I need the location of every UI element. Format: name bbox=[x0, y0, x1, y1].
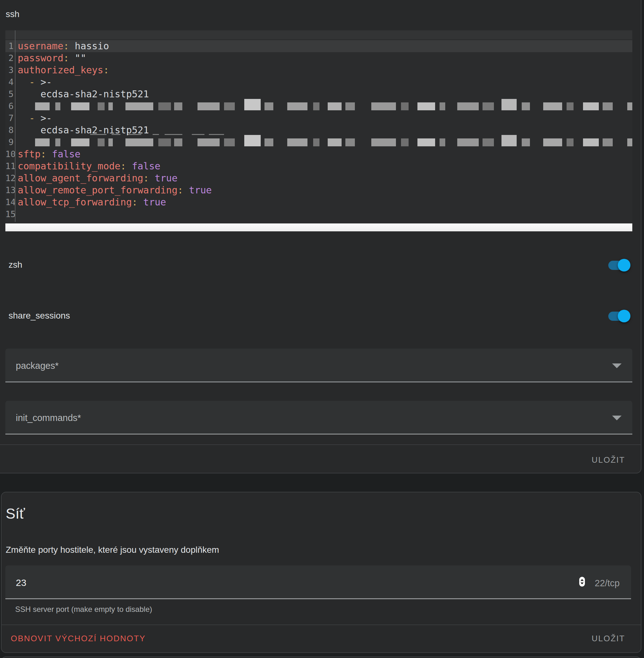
share-sessions-option-label: share_sessions bbox=[8, 311, 70, 321]
packages-select[interactable]: packages* bbox=[5, 348, 632, 382]
stepper-divider bbox=[580, 582, 584, 582]
init-commands-select[interactable]: init_commands* bbox=[5, 401, 632, 435]
redacted-ghost-marks bbox=[90, 134, 224, 135]
stepper-up-icon[interactable] bbox=[580, 579, 584, 581]
card-footer-divider bbox=[1, 625, 642, 625]
chevron-down-icon bbox=[612, 415, 622, 420]
packages-select-label: packages* bbox=[16, 361, 59, 371]
chevron-down-icon bbox=[612, 363, 622, 368]
card-footer-divider bbox=[0, 444, 642, 445]
zsh-toggle[interactable] bbox=[608, 258, 631, 272]
editor-top-shade bbox=[5, 30, 632, 39]
zsh-option-label: zsh bbox=[8, 260, 22, 270]
ssh-port-helper-text: SSH server port (make empty to disable) bbox=[15, 605, 152, 614]
editor-horizontal-scrollbar[interactable] bbox=[5, 223, 632, 231]
editor-line-numbers: 123456789101112131415 bbox=[5, 40, 14, 220]
addon-config-page: ssh 123456789101112131415 username: hass… bbox=[0, 0, 644, 658]
network-section-title: Síť bbox=[6, 505, 25, 522]
network-section-subtitle: Změňte porty hostitele, které jsou vysta… bbox=[6, 545, 219, 555]
yaml-code-editor[interactable]: 123456789101112131415 username: hassiopa… bbox=[5, 30, 632, 232]
toggle-thumb bbox=[618, 310, 630, 322]
save-button[interactable]: ULOŽIT bbox=[592, 455, 625, 465]
reset-defaults-button[interactable]: OBNOVIT VÝCHOZÍ HODNOTY bbox=[11, 634, 146, 643]
number-stepper-icon[interactable] bbox=[579, 577, 585, 587]
editor-gutter-divider bbox=[15, 30, 16, 222]
container-port-label: 22/tcp bbox=[595, 578, 620, 588]
save-button[interactable]: ULOŽIT bbox=[592, 634, 625, 643]
toggle-thumb bbox=[618, 259, 630, 271]
ssh-option-label: ssh bbox=[6, 9, 20, 19]
share-sessions-toggle[interactable] bbox=[608, 310, 631, 323]
ssh-port-input[interactable]: 23 22/tcp bbox=[5, 565, 631, 599]
init-commands-select-label: init_commands* bbox=[16, 413, 81, 423]
editor-code-lines[interactable]: username: hassiopassword: ""authorized_k… bbox=[18, 40, 632, 220]
ssh-port-value[interactable]: 23 bbox=[16, 577, 26, 588]
stepper-down-icon[interactable] bbox=[580, 583, 584, 584]
next-card-edge bbox=[1, 656, 642, 658]
